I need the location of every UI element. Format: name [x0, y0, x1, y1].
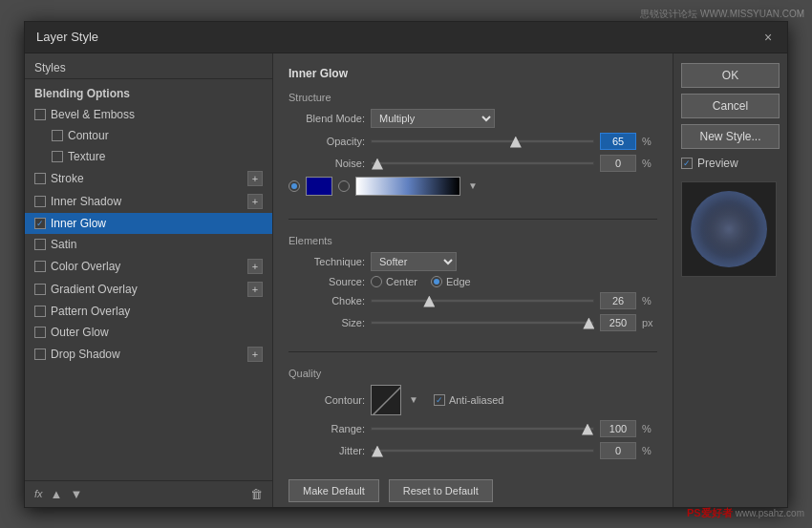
preview-checkbox[interactable]	[681, 158, 693, 169]
sidebar-item-blending-options[interactable]: Blending Options	[25, 83, 272, 104]
gradient-preview[interactable]	[355, 177, 460, 196]
close-button[interactable]: ×	[760, 30, 776, 45]
title-bar: Layer Style ×	[25, 22, 787, 53]
structure-label: Structure	[288, 92, 657, 103]
sidebar-item-texture[interactable]: Texture	[25, 146, 272, 167]
inner-shadow-label: Inner Shadow	[51, 195, 121, 208]
sidebar-item-gradient-overlay[interactable]: Gradient Overlay +	[25, 278, 272, 301]
left-panel: Styles Blending Options Bevel & Emboss	[25, 53, 273, 507]
watermark2-text: PS爱好者 www.psahz.com	[687, 506, 804, 520]
gradient-overlay-add-button[interactable]: +	[247, 282, 263, 297]
stroke-add-button[interactable]: +	[247, 171, 263, 186]
outer-glow-label: Outer Glow	[51, 326, 109, 339]
sidebar-item-inner-glow[interactable]: Inner Glow	[25, 213, 272, 234]
sidebar-item-contour[interactable]: Contour	[25, 125, 272, 146]
jitter-label: Jitter:	[288, 445, 365, 456]
inner-shadow-checkbox[interactable]	[34, 196, 46, 207]
choke-slider-thumb[interactable]	[423, 296, 435, 307]
new-style-button[interactable]: New Style...	[681, 124, 780, 149]
gradient-overlay-checkbox[interactable]	[34, 284, 46, 295]
jitter-input[interactable]	[600, 442, 636, 459]
noise-slider-thumb[interactable]	[372, 158, 383, 170]
cancel-button[interactable]: Cancel	[681, 94, 780, 118]
contour-row: Contour: ▼ Anti-aliased	[288, 385, 657, 415]
noise-input[interactable]	[600, 155, 636, 172]
noise-slider-container[interactable]	[371, 161, 594, 165]
choke-row: Choke: %	[288, 292, 657, 309]
choke-unit: %	[642, 295, 657, 306]
right-panel: OK Cancel New Style... Preview	[673, 53, 787, 507]
sidebar-item-outer-glow[interactable]: Outer Glow	[25, 322, 272, 343]
sidebar-item-inner-shadow[interactable]: Inner Shadow +	[25, 190, 272, 213]
sidebar-item-satin[interactable]: Satin	[25, 234, 272, 255]
range-input[interactable]	[600, 420, 636, 437]
bevel-emboss-checkbox[interactable]	[34, 109, 46, 120]
size-input[interactable]	[600, 314, 636, 331]
move-down-button[interactable]: ▼	[70, 487, 82, 501]
satin-checkbox[interactable]	[34, 239, 46, 250]
anti-aliased-checkbox[interactable]	[434, 394, 445, 406]
fx-button[interactable]: fx	[34, 488, 43, 499]
noise-slider-track[interactable]	[371, 161, 594, 165]
opacity-label: Opacity:	[288, 136, 365, 147]
size-slider-track[interactable]	[371, 321, 594, 325]
sidebar-item-color-overlay[interactable]: Color Overlay +	[25, 255, 272, 278]
opacity-slider-thumb[interactable]	[510, 137, 522, 148]
contour-dropdown-arrow[interactable]: ▼	[409, 394, 418, 405]
size-slider-container[interactable]	[371, 321, 594, 325]
texture-checkbox[interactable]	[52, 151, 63, 162]
satin-label: Satin	[51, 238, 76, 251]
sidebar-item-stroke[interactable]: Stroke +	[25, 167, 272, 190]
drop-shadow-add-button[interactable]: +	[247, 347, 263, 362]
contour-label: Contour:	[288, 394, 365, 406]
opacity-slider-track[interactable]	[371, 139, 594, 143]
jitter-slider-track[interactable]	[371, 449, 594, 453]
noise-row: Noise: %	[288, 155, 657, 172]
range-slider-track[interactable]	[371, 427, 594, 431]
source-center-radio[interactable]	[371, 276, 382, 287]
technique-select[interactable]: Softer Precise	[371, 252, 457, 271]
choke-slider-track[interactable]	[371, 299, 594, 303]
layer-list: Blending Options Bevel & Emboss Contour	[25, 79, 272, 480]
quality-section: Quality Contour: ▼ Anti-aliased	[288, 368, 657, 464]
move-up-button[interactable]: ▲	[51, 487, 63, 501]
ok-button[interactable]: OK	[681, 63, 780, 88]
color-overlay-add-button[interactable]: +	[247, 259, 263, 274]
range-slider-container[interactable]	[371, 427, 594, 431]
jitter-slider-thumb[interactable]	[372, 446, 383, 457]
opacity-slider-container[interactable]	[371, 139, 594, 143]
inner-shadow-add-button[interactable]: +	[247, 194, 263, 209]
sidebar-item-drop-shadow[interactable]: Drop Shadow +	[25, 343, 272, 366]
choke-input[interactable]	[600, 292, 636, 309]
source-edge-label[interactable]: Edge	[431, 276, 471, 287]
color-overlay-checkbox[interactable]	[34, 261, 46, 272]
make-default-button[interactable]: Make Default	[288, 479, 379, 502]
elements-section: Elements Technique: Softer Precise Sourc…	[288, 235, 657, 336]
color-radio[interactable]	[288, 180, 300, 192]
source-edge-radio[interactable]	[431, 276, 442, 287]
sidebar-item-pattern-overlay[interactable]: Pattern Overlay	[25, 301, 272, 322]
inner-glow-checkbox[interactable]	[34, 218, 46, 229]
range-slider-thumb[interactable]	[582, 424, 593, 435]
dialog-body: Styles Blending Options Bevel & Emboss	[25, 53, 787, 507]
opacity-input[interactable]	[600, 133, 636, 150]
gradient-dropdown-arrow[interactable]: ▼	[468, 180, 478, 191]
outer-glow-checkbox[interactable]	[34, 327, 46, 338]
drop-shadow-checkbox[interactable]	[34, 348, 46, 360]
blending-options-label: Blending Options	[34, 87, 130, 100]
color-swatch[interactable]	[306, 177, 332, 196]
blend-mode-select[interactable]: Multiply Normal Screen	[371, 109, 495, 128]
choke-slider-container[interactable]	[371, 299, 594, 303]
delete-button[interactable]: 🗑	[250, 487, 263, 501]
pattern-overlay-checkbox[interactable]	[34, 306, 46, 317]
stroke-checkbox[interactable]	[34, 173, 46, 184]
contour-checkbox[interactable]	[52, 130, 63, 141]
reset-to-default-button[interactable]: Reset to Default	[389, 479, 493, 502]
contour-label: Contour	[68, 129, 109, 142]
contour-preview[interactable]	[371, 385, 401, 415]
gradient-radio[interactable]	[338, 180, 350, 192]
source-center-label[interactable]: Center	[371, 276, 417, 287]
jitter-slider-container[interactable]	[371, 449, 594, 453]
sidebar-item-bevel-emboss[interactable]: Bevel & Emboss	[25, 104, 272, 125]
size-slider-thumb[interactable]	[583, 318, 594, 329]
